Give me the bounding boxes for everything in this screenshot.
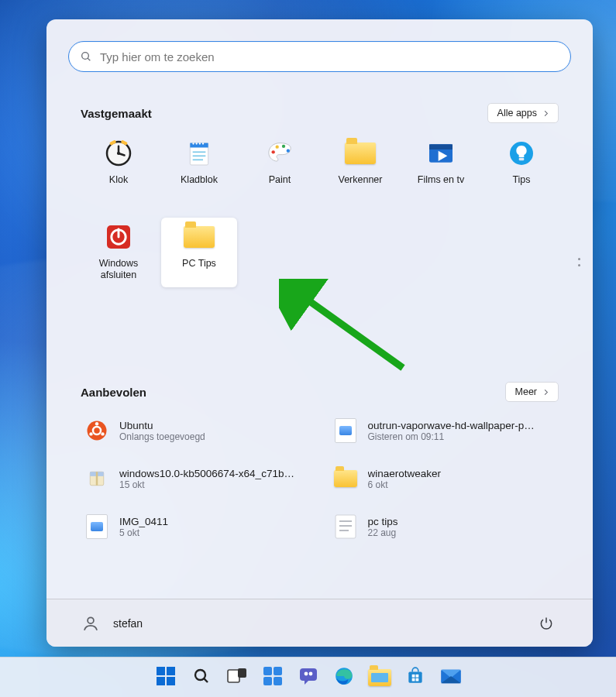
pinned-app-films-en-tv[interactable]: Films en tv bbox=[403, 134, 479, 204]
taskbar-chat[interactable] bbox=[293, 662, 324, 693]
recommended-subtitle: 15 okt bbox=[119, 479, 294, 490]
svg-line-48 bbox=[204, 678, 208, 682]
taskbar-widgets[interactable] bbox=[257, 662, 288, 693]
pinned-app-tips[interactable]: Tips bbox=[484, 134, 559, 204]
svg-point-32 bbox=[95, 422, 98, 425]
films-icon bbox=[425, 137, 457, 170]
svg-point-33 bbox=[101, 432, 104, 435]
package-icon bbox=[84, 465, 110, 492]
search-icon bbox=[192, 667, 211, 688]
image-icon bbox=[84, 513, 110, 540]
start-menu: Vastgemaakt Alle apps Klok Kladblok Pain… bbox=[46, 19, 593, 647]
taskbar-search[interactable] bbox=[186, 662, 217, 693]
svg-rect-64 bbox=[415, 678, 418, 681]
svg-point-10 bbox=[192, 142, 194, 144]
recommended-title: outrun-vaporwave-hd-wallpaper-p… bbox=[368, 420, 535, 431]
search-box[interactable] bbox=[68, 41, 571, 72]
paint-icon bbox=[263, 137, 296, 170]
taskbar-edge[interactable] bbox=[329, 662, 360, 693]
recommended-title: pc tips bbox=[368, 516, 398, 527]
taskbar-store[interactable] bbox=[400, 662, 431, 693]
recommended-item[interactable]: winaerotweaker 6 okt bbox=[329, 461, 559, 496]
recommended-item[interactable]: IMG_0411 5 okt bbox=[81, 509, 311, 544]
svg-line-29 bbox=[294, 290, 403, 368]
pinned-app-klok[interactable]: Klok bbox=[81, 134, 157, 204]
svg-rect-37 bbox=[96, 472, 98, 486]
svg-point-42 bbox=[88, 617, 94, 623]
avatar-icon bbox=[79, 612, 102, 635]
recommended-title: winaerotweaker bbox=[368, 468, 442, 479]
search-icon bbox=[80, 50, 92, 63]
svg-point-47 bbox=[195, 670, 205, 680]
recommended-item[interactable]: windows10.0-kb5006674-x64_c71b… 15 okt bbox=[81, 461, 311, 496]
more-label: Meer bbox=[515, 386, 537, 397]
folder-icon bbox=[332, 465, 359, 492]
search-input[interactable] bbox=[100, 50, 559, 64]
folder-icon bbox=[183, 221, 215, 253]
store-icon bbox=[405, 666, 425, 689]
svg-rect-22 bbox=[429, 144, 453, 149]
svg-rect-53 bbox=[263, 677, 272, 685]
folder-icon bbox=[344, 137, 377, 170]
page-dots[interactable] bbox=[578, 258, 580, 266]
recommended-title: windows10.0-kb5006674-x64_c71b… bbox=[119, 468, 294, 479]
recommended-subtitle: 5 okt bbox=[119, 527, 168, 538]
edge-icon bbox=[334, 666, 354, 689]
recommended-item[interactable]: Ubuntu Onlangs toegevoegd bbox=[81, 413, 311, 448]
recommended-title: IMG_0411 bbox=[119, 516, 168, 527]
all-apps-button[interactable]: Alle apps bbox=[487, 103, 559, 123]
svg-point-13 bbox=[202, 142, 204, 144]
pinned-label: Films en tv bbox=[418, 174, 464, 186]
svg-rect-52 bbox=[274, 667, 282, 675]
svg-point-18 bbox=[276, 146, 279, 149]
chat-icon bbox=[298, 666, 318, 689]
pinned-app-windows-afsluiten[interactable]: Windows afsluiten bbox=[81, 218, 157, 287]
svg-rect-51 bbox=[263, 667, 272, 675]
pinned-app-paint[interactable]: Paint bbox=[242, 134, 318, 204]
text-icon bbox=[332, 513, 359, 540]
recommended-subtitle: Gisteren om 09:11 bbox=[368, 431, 535, 442]
pinned-app-pc-tips[interactable]: PC Tips bbox=[161, 218, 237, 287]
taskbar-mail[interactable] bbox=[435, 662, 466, 693]
svg-rect-25 bbox=[519, 158, 525, 160]
taskbar-start[interactable] bbox=[150, 662, 181, 693]
svg-rect-44 bbox=[167, 667, 175, 675]
tips-icon bbox=[505, 137, 538, 170]
power-icon bbox=[539, 616, 554, 631]
explorer-icon bbox=[368, 669, 391, 686]
recommended-item[interactable]: outrun-vaporwave-hd-wallpaper-p… Gistere… bbox=[329, 413, 559, 448]
svg-rect-45 bbox=[157, 677, 165, 685]
all-apps-label: Alle apps bbox=[497, 108, 537, 118]
mail-icon bbox=[440, 667, 462, 688]
taskbar-taskview[interactable] bbox=[222, 662, 253, 693]
notepad-icon bbox=[183, 137, 215, 170]
svg-rect-55 bbox=[300, 668, 317, 681]
svg-rect-62 bbox=[415, 674, 418, 677]
recommended-item[interactable]: pc tips 22 aug bbox=[329, 509, 559, 544]
power-button[interactable] bbox=[532, 609, 560, 637]
taskview-icon bbox=[227, 668, 247, 688]
start-icon bbox=[156, 666, 176, 689]
pinned-label: Verkenner bbox=[339, 174, 383, 186]
svg-rect-49 bbox=[228, 670, 239, 682]
username: stefan bbox=[113, 617, 143, 630]
widgets-icon bbox=[263, 666, 283, 689]
pinned-label: PC Tips bbox=[182, 258, 216, 270]
taskbar-explorer[interactable] bbox=[364, 662, 395, 693]
svg-rect-63 bbox=[411, 678, 415, 681]
more-button[interactable]: Meer bbox=[505, 382, 559, 402]
pinned-app-verkenner[interactable]: Verkenner bbox=[322, 134, 398, 204]
recommended-heading: Aanbevolen bbox=[81, 386, 146, 399]
recommended-subtitle: Onlangs toegevoegd bbox=[119, 431, 205, 442]
svg-point-19 bbox=[282, 145, 285, 148]
pinned-label: Tips bbox=[512, 174, 530, 186]
svg-point-11 bbox=[196, 142, 198, 144]
start-footer: stefan bbox=[46, 599, 593, 647]
user-account-button[interactable]: stefan bbox=[79, 612, 143, 635]
clock-icon bbox=[102, 137, 135, 170]
svg-rect-43 bbox=[157, 667, 165, 675]
svg-rect-50 bbox=[238, 668, 246, 678]
pinned-label: Windows afsluiten bbox=[81, 258, 157, 281]
svg-rect-54 bbox=[274, 677, 282, 685]
pinned-app-kladblok[interactable]: Kladblok bbox=[161, 134, 237, 204]
